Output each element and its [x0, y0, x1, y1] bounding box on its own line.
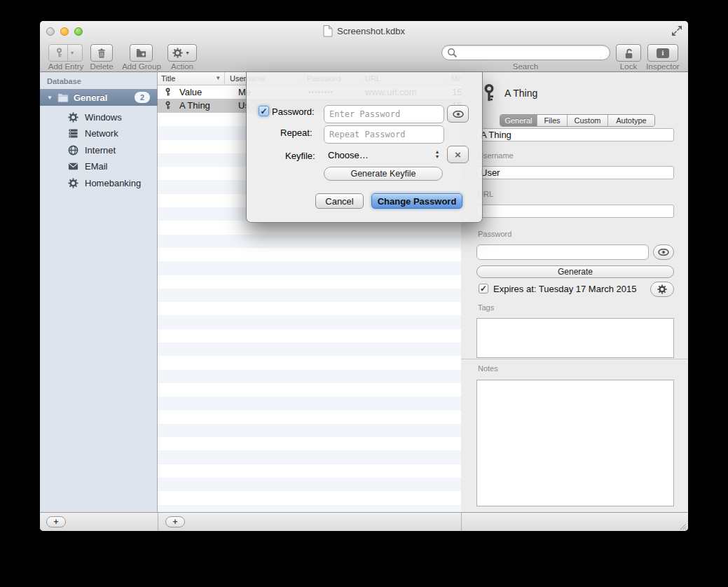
stepper-down-icon: ▾: [436, 154, 439, 159]
eye-icon: [453, 111, 464, 118]
generate-keyfile-button[interactable]: Generate Keyfile: [324, 167, 443, 181]
envelope-icon: [68, 161, 78, 172]
password-label: Password: [478, 230, 511, 238]
search-input[interactable]: [460, 47, 600, 58]
title-field[interactable]: [476, 128, 674, 141]
action-button[interactable]: ▾: [167, 44, 197, 62]
search-field[interactable]: [441, 45, 610, 60]
sidebar-item-email[interactable]: EMail: [40, 158, 158, 175]
notes-textarea[interactable]: [476, 380, 674, 506]
sidebar-item-network[interactable]: Network: [40, 125, 158, 142]
repeat-input[interactable]: [324, 125, 444, 144]
generate-password-button[interactable]: Generate: [476, 265, 674, 278]
chevron-down-icon: ▾: [183, 50, 191, 56]
clear-keyfile-button[interactable]: ×: [447, 146, 469, 163]
url-field[interactable]: [476, 205, 674, 218]
cancel-button[interactable]: Cancel: [315, 193, 364, 209]
tab-autotype[interactable]: Autotype: [608, 115, 654, 126]
tab-general[interactable]: General: [500, 115, 537, 126]
eye-icon: [658, 249, 669, 256]
change-password-sheet: ✓ Password: Repeat: Keyfile: Choose… ▴ ▾…: [246, 72, 483, 223]
keyfile-popup[interactable]: Choose…: [328, 150, 369, 160]
footer-divider: [158, 513, 158, 531]
repeat-label: Repeat:: [280, 127, 313, 138]
password-field[interactable]: [476, 244, 649, 260]
sidebar-item-internet[interactable]: Internet: [40, 141, 158, 158]
sidebar-item-label: EMail: [85, 161, 108, 172]
window-title: Screenshot.kdbx: [337, 26, 405, 36]
folder-icon: [57, 92, 69, 103]
resize-grip-icon[interactable]: [679, 523, 687, 530]
password-label: Password:: [272, 106, 315, 117]
sidebar-item-label: Homebanking: [85, 178, 141, 188]
count-badge: 2: [135, 92, 150, 103]
cell-title: A Thing: [179, 100, 210, 111]
reveal-password-button[interactable]: [653, 244, 674, 260]
sort-indicator-icon[interactable]: ▾: [217, 74, 220, 81]
app-window: Screenshot.kdbx ▾ Add Entry Delete Add G…: [40, 21, 688, 531]
delete-button[interactable]: [90, 44, 113, 62]
password-input[interactable]: [324, 105, 444, 123]
lock-open-icon: [624, 48, 634, 59]
add-group-label: Add Group: [116, 62, 167, 71]
tab-custom[interactable]: Custom: [568, 115, 608, 126]
server-icon: [68, 128, 78, 139]
sidebar-item-label: Network: [85, 128, 118, 139]
username-field[interactable]: [476, 166, 674, 179]
key-icon: [164, 87, 172, 97]
sidebar-item-homebanking[interactable]: Homebanking: [40, 174, 158, 191]
disclosure-triangle-icon[interactable]: ▼: [47, 95, 53, 101]
expires-settings-button[interactable]: [650, 282, 674, 297]
sidebar-group-label: General: [74, 92, 107, 103]
search-icon: [447, 48, 458, 58]
reveal-password-button[interactable]: [447, 105, 469, 123]
lock-button[interactable]: [616, 44, 641, 62]
tab-files[interactable]: Files: [537, 115, 568, 126]
sidebar-item-windows[interactable]: Windows: [40, 109, 158, 125]
section-divider: [461, 359, 688, 359]
inspector-button[interactable]: i: [647, 44, 678, 62]
add-group-footer-button[interactable]: +: [46, 516, 66, 527]
username-label: Username: [478, 151, 514, 160]
notes-label: Notes: [478, 364, 498, 373]
document-icon: [323, 25, 333, 37]
add-entry-button[interactable]: ▾: [48, 44, 83, 62]
chevron-down-icon: ▾: [68, 50, 76, 56]
screen: Screenshot.kdbx ▾ Add Entry Delete Add G…: [0, 0, 728, 587]
inspector-entry-title: A Thing: [504, 88, 537, 99]
add-entry-footer-button[interactable]: +: [165, 516, 185, 527]
sidebar-section-header: Database: [47, 77, 81, 85]
key-icon: [164, 100, 172, 111]
check-icon: ✓: [480, 284, 487, 294]
column-header-title[interactable]: Title: [161, 74, 175, 83]
info-icon: i: [657, 48, 669, 58]
password-enabled-checkbox[interactable]: ✓: [259, 106, 269, 116]
tags-label: Tags: [478, 303, 494, 312]
keyfile-label: Keyfile:: [285, 151, 315, 161]
gear-icon: [172, 48, 183, 58]
tags-textarea[interactable]: [476, 318, 674, 358]
globe-icon: [68, 145, 78, 156]
gear-icon: [68, 112, 78, 123]
change-password-button[interactable]: Change Password: [371, 193, 462, 209]
expires-checkbox[interactable]: ✓: [479, 284, 488, 294]
fullscreen-icon[interactable]: [671, 25, 682, 36]
expires-label: Expires at: Tuesday 17 March 2015: [493, 284, 637, 294]
inspector-tabs: General Files Custom Autotype: [500, 114, 655, 127]
titlebar: Screenshot.kdbx: [40, 21, 688, 41]
column-divider: [224, 72, 225, 85]
keyfile-stepper[interactable]: ▴ ▾: [436, 149, 439, 159]
check-icon: ✓: [260, 106, 267, 116]
gear-icon: [68, 178, 78, 188]
sidebar: Database ▼ General 2 Windows Network: [40, 72, 158, 512]
window-header: Screenshot.kdbx ▾ Add Entry Delete Add G…: [40, 21, 688, 72]
search-label: Search: [483, 62, 568, 71]
inspector-label: Inspector: [640, 62, 686, 71]
add-group-button[interactable]: [130, 44, 153, 62]
action-label: Action: [161, 62, 203, 71]
folder-plus-icon: [136, 48, 146, 58]
trash-icon: [97, 48, 107, 59]
sidebar-group-general[interactable]: ▼ General 2: [40, 89, 158, 106]
sidebar-item-label: Internet: [85, 145, 116, 156]
close-icon: ×: [455, 149, 461, 160]
